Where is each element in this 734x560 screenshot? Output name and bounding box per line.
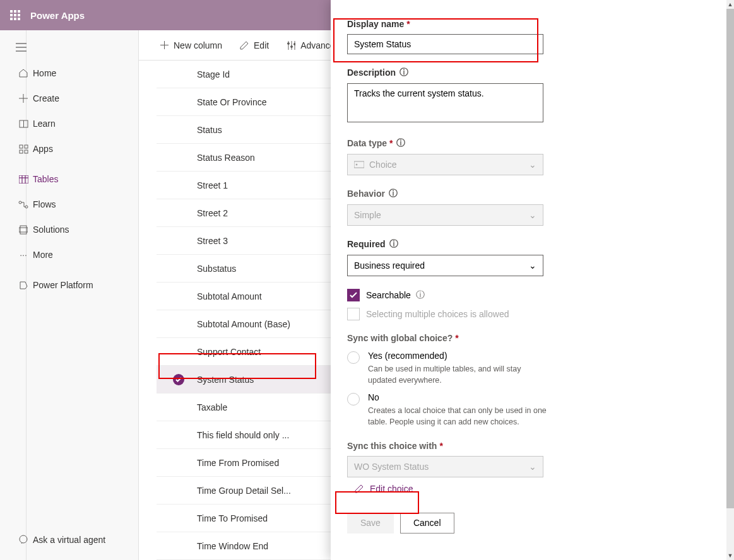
svg-rect-5 bbox=[18, 14, 20, 16]
column-name: System Status bbox=[197, 375, 254, 385]
flow-icon bbox=[14, 201, 33, 209]
sync-global-label: Sync with global choice?* bbox=[347, 333, 714, 343]
description-input[interactable]: Tracks the current system status. bbox=[347, 83, 543, 122]
svg-rect-37 bbox=[354, 161, 364, 168]
book-icon bbox=[14, 120, 33, 128]
chevron-down-icon: ⌄ bbox=[529, 260, 536, 271]
svg-point-28 bbox=[20, 535, 27, 543]
column-name: Stage Id bbox=[197, 69, 230, 79]
info-icon[interactable]: ⓘ bbox=[389, 238, 398, 250]
nav-label: Tables bbox=[33, 174, 58, 184]
svg-rect-16 bbox=[20, 145, 23, 148]
radio-sublabel: Creates a local choice that can only be … bbox=[368, 405, 551, 428]
app-title: Power Apps bbox=[30, 10, 85, 21]
nav-learn[interactable]: Learn bbox=[8, 111, 138, 136]
nav-label: Solutions bbox=[33, 225, 69, 235]
chevron-down-icon: ⌄ bbox=[529, 160, 536, 170]
nav-power-platform[interactable]: Power Platform bbox=[8, 272, 138, 298]
nav-home[interactable]: Home bbox=[8, 61, 138, 86]
display-name-input[interactable] bbox=[347, 34, 543, 54]
svg-rect-17 bbox=[25, 145, 28, 148]
nav-solutions[interactable]: Solutions bbox=[8, 217, 138, 242]
nav-ask[interactable]: Ask a virtual agent bbox=[8, 527, 105, 552]
column-name: Time From Promised bbox=[197, 458, 279, 468]
svg-rect-8 bbox=[18, 18, 20, 20]
button-label: New column bbox=[174, 40, 222, 50]
column-name: Street 3 bbox=[197, 236, 228, 246]
scroll-down-icon[interactable]: ▼ bbox=[726, 551, 734, 560]
required-select[interactable]: Business required⌄ bbox=[347, 255, 543, 276]
info-icon[interactable]: ⓘ bbox=[396, 137, 405, 149]
column-name: Status Reason bbox=[197, 153, 255, 163]
more-icon: ··· bbox=[14, 250, 33, 260]
svg-rect-0 bbox=[10, 10, 13, 13]
sync-with-label: Sync this choice with* bbox=[347, 441, 714, 451]
svg-rect-1 bbox=[14, 10, 16, 13]
nav-tables[interactable]: Tables bbox=[8, 166, 138, 192]
nav-flows[interactable]: Flows bbox=[8, 192, 138, 217]
checkbox-unchecked-icon bbox=[347, 308, 360, 320]
svg-rect-7 bbox=[14, 18, 16, 20]
data-type-label: Data type*ⓘ bbox=[347, 137, 714, 149]
column-name: Substatus bbox=[197, 264, 236, 274]
svg-rect-19 bbox=[25, 150, 28, 153]
waffle-icon[interactable] bbox=[3, 3, 28, 28]
nav-label: Home bbox=[33, 68, 56, 78]
nav-label: Ask a virtual agent bbox=[33, 535, 105, 545]
hamburger-icon[interactable] bbox=[8, 37, 34, 58]
searchable-checkbox-row[interactable]: Searchableⓘ bbox=[347, 289, 714, 301]
new-column-button[interactable]: New column bbox=[158, 37, 225, 54]
info-icon[interactable]: ⓘ bbox=[416, 289, 425, 301]
column-name: Time Window End bbox=[197, 541, 268, 551]
selected-check-icon bbox=[173, 374, 184, 385]
column-name: Time To Promised bbox=[197, 513, 268, 523]
column-name: Street 2 bbox=[197, 208, 228, 218]
required-label: Requiredⓘ bbox=[347, 238, 714, 250]
nav-apps[interactable]: Apps bbox=[8, 136, 138, 161]
svg-rect-18 bbox=[20, 150, 23, 153]
behavior-select: Simple⌄ bbox=[347, 204, 543, 226]
column-name: Subtotal Amount (Base) bbox=[197, 319, 290, 329]
platform-icon bbox=[14, 281, 33, 290]
edit-button[interactable]: Edit bbox=[237, 37, 271, 54]
nav-label: Power Platform bbox=[33, 280, 93, 290]
svg-rect-2 bbox=[18, 10, 20, 13]
column-name: This field should only ... bbox=[197, 430, 289, 440]
column-name: Street 1 bbox=[197, 180, 228, 190]
nav-label: Apps bbox=[33, 144, 53, 154]
svg-rect-20 bbox=[19, 175, 28, 184]
column-name: Status bbox=[197, 125, 222, 135]
column-name: Subtotal Amount bbox=[197, 291, 262, 301]
scrollbar[interactable]: ▲ ▼ bbox=[726, 0, 734, 560]
sync-yes-option: Yes (recommended)Can be used in multiple… bbox=[347, 351, 714, 386]
multiple-checkbox-row: Selecting multiple choices is allowed bbox=[347, 308, 714, 320]
nav-create[interactable]: Create bbox=[8, 86, 138, 111]
scroll-thumb[interactable] bbox=[726, 9, 734, 508]
sync-with-select: WO System Status⌄ bbox=[347, 456, 543, 477]
scroll-up-icon[interactable]: ▲ bbox=[726, 0, 734, 9]
edit-choice-button[interactable]: Edit choice bbox=[347, 480, 420, 498]
radio-icon bbox=[347, 393, 360, 405]
cancel-button[interactable]: Cancel bbox=[400, 513, 454, 534]
svg-point-38 bbox=[356, 164, 357, 165]
nav-label: Create bbox=[33, 93, 59, 103]
svg-point-35 bbox=[291, 45, 293, 47]
chevron-down-icon: ⌄ bbox=[529, 210, 536, 220]
info-icon[interactable]: ⓘ bbox=[389, 188, 398, 199]
chat-icon bbox=[14, 535, 33, 545]
display-name-label: Display name* bbox=[347, 19, 714, 29]
button-label: Edit bbox=[254, 40, 269, 50]
svg-rect-26 bbox=[20, 226, 27, 234]
nav-more[interactable]: ···More bbox=[8, 242, 138, 267]
nav-label: More bbox=[33, 250, 53, 260]
nav-list: Home Create Learn Apps Tables Flows Solu… bbox=[27, 30, 139, 560]
radio-sublabel: Can be used in multiple tables, and will… bbox=[368, 363, 542, 386]
home-icon bbox=[14, 68, 33, 78]
svg-point-36 bbox=[294, 43, 296, 45]
nav-label: Learn bbox=[33, 119, 56, 129]
table-icon bbox=[14, 175, 33, 184]
radio-label: No bbox=[368, 392, 551, 402]
radio-label: Yes (recommended) bbox=[368, 351, 542, 361]
info-icon[interactable]: ⓘ bbox=[400, 67, 408, 78]
column-name: Time Group Detail Sel... bbox=[197, 486, 291, 496]
